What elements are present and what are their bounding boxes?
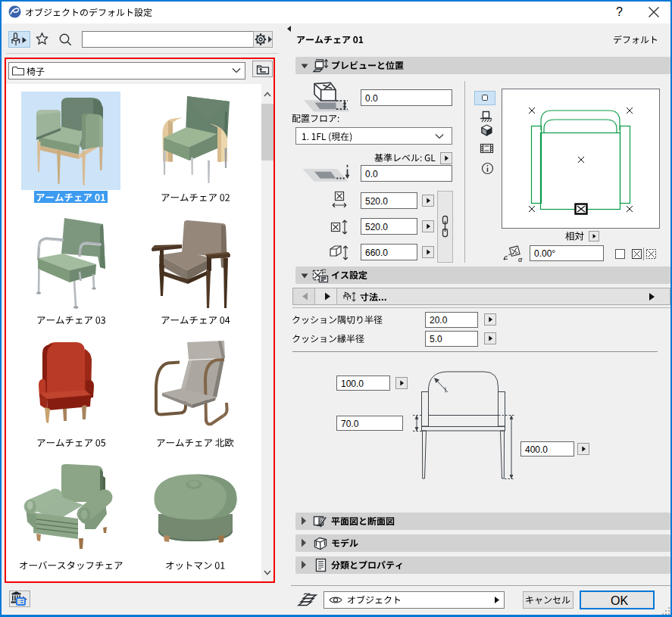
svg-text:α: α: [518, 256, 523, 263]
